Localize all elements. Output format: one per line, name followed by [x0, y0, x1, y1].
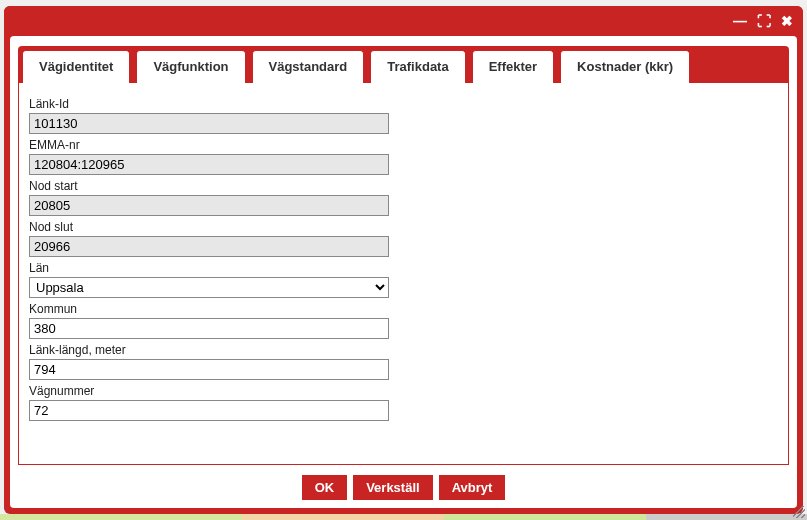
tab-trafikdata[interactable]: Trafikdata [370, 50, 465, 83]
form-panel: Länk-Id EMMA-nr Nod start Nod slut Län [18, 83, 789, 465]
vagnummer-field[interactable] [29, 400, 389, 421]
emma-nr-label: EMMA-nr [29, 138, 764, 152]
tab-vagstandard[interactable]: Vägstandard [252, 50, 365, 83]
resize-grip-icon[interactable] [793, 506, 805, 518]
nod-slut-label: Nod slut [29, 220, 764, 234]
dialog-window: — ⛶ ✖ Vägidentitet Vägfunktion Vägstanda… [4, 6, 803, 514]
titlebar[interactable]: — ⛶ ✖ [4, 6, 803, 36]
nod-start-label: Nod start [29, 179, 764, 193]
kommun-label: Kommun [29, 302, 764, 316]
nod-start-field[interactable] [29, 195, 389, 216]
background-map-strip [0, 514, 807, 520]
kommun-field[interactable] [29, 318, 389, 339]
lank-id-label: Länk-Id [29, 97, 764, 111]
lank-langd-label: Länk-längd, meter [29, 343, 764, 357]
tab-vagidentitet[interactable]: Vägidentitet [22, 50, 130, 83]
tab-vagfunktion[interactable]: Vägfunktion [136, 50, 245, 83]
close-icon[interactable]: ✖ [781, 14, 793, 28]
avbryt-button[interactable]: Avbryt [439, 475, 506, 500]
maximize-icon[interactable]: ⛶ [757, 14, 771, 28]
verkstall-button[interactable]: Verkställ [353, 475, 433, 500]
lan-label: Län [29, 261, 764, 275]
dialog-button-row: OK Verkställ Avbryt [18, 475, 789, 500]
tab-kostnader[interactable]: Kostnader (kkr) [560, 50, 690, 83]
ok-button[interactable]: OK [302, 475, 348, 500]
minimize-icon[interactable]: — [733, 14, 747, 28]
lank-id-field[interactable] [29, 113, 389, 134]
vagnummer-label: Vägnummer [29, 384, 764, 398]
tab-bar: Vägidentitet Vägfunktion Vägstandard Tra… [18, 46, 789, 83]
form-scroll[interactable]: Länk-Id EMMA-nr Nod start Nod slut Län [29, 93, 770, 454]
tab-effekter[interactable]: Effekter [472, 50, 554, 83]
emma-nr-field[interactable] [29, 154, 389, 175]
dialog-body: Vägidentitet Vägfunktion Vägstandard Tra… [10, 36, 797, 508]
nod-slut-field[interactable] [29, 236, 389, 257]
lank-langd-field[interactable] [29, 359, 389, 380]
lan-select[interactable]: Uppsala [29, 277, 389, 298]
